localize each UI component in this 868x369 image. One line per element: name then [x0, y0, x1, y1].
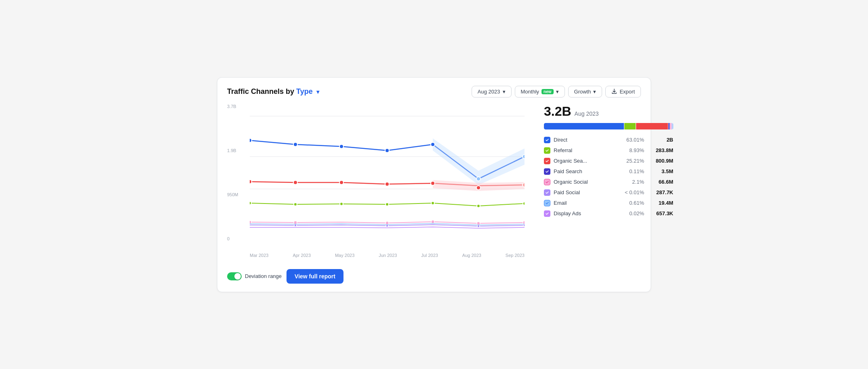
- date-filter-label: Aug 2023: [478, 89, 500, 95]
- bar-seg-organic-social: [670, 123, 671, 129]
- svg-point-25: [477, 204, 480, 208]
- bar-seg-organic: [636, 123, 668, 129]
- total-value: 3.2B: [544, 104, 571, 119]
- legend-checkbox-paid-social: [544, 189, 550, 196]
- legend-item-paid-search[interactable]: Paid Search 0.11% 3.5M: [544, 167, 673, 176]
- svg-point-11: [522, 155, 525, 159]
- export-label: Export: [619, 89, 635, 95]
- svg-point-16: [385, 182, 389, 186]
- legend-item-direct[interactable]: Direct 63.01% 2B: [544, 135, 673, 145]
- period-filter-button[interactable]: Monthly new ▾: [515, 86, 565, 98]
- deviation-toggle-wrap: Deviation range: [227, 272, 282, 280]
- svg-point-19: [522, 183, 525, 187]
- svg-point-27: [250, 221, 251, 224]
- legend-item-email[interactable]: Email 0.61% 19.4M: [544, 198, 673, 208]
- main-card: Traffic Channels by Type ▾ Aug 2023 ▾ Mo…: [217, 77, 651, 292]
- bar-seg-paid-social: [672, 123, 672, 129]
- legend-total: 3.2B Aug 2023: [544, 104, 673, 119]
- svg-point-15: [339, 180, 343, 184]
- period-chevron-icon: ▾: [556, 89, 559, 95]
- svg-point-29: [386, 221, 389, 225]
- toggle-knob: [234, 273, 241, 280]
- title-type: Type: [296, 87, 313, 95]
- new-badge: new: [541, 89, 553, 94]
- svg-point-17: [431, 181, 435, 185]
- svg-point-20: [250, 201, 251, 205]
- svg-point-7: [339, 144, 343, 148]
- x-axis-labels: Mar 2023 Apr 2023 May 2023 Jun 2023 Jul …: [250, 253, 525, 258]
- legend-item-referral[interactable]: Referral 8.93% 283.8M: [544, 146, 673, 155]
- bar-seg-referral: [624, 123, 636, 129]
- svg-point-35: [477, 225, 480, 227]
- svg-point-24: [431, 201, 434, 205]
- view-full-report-button[interactable]: View full report: [287, 269, 343, 284]
- metric-filter-button[interactable]: Growth ▾: [568, 86, 603, 98]
- chart-area: 3.7B 1.9B 950M 0: [227, 104, 531, 258]
- legend-checkbox-referral: [544, 147, 550, 154]
- card-header: Traffic Channels by Type ▾ Aug 2023 ▾ Mo…: [227, 86, 641, 98]
- svg-point-23: [386, 203, 389, 206]
- svg-point-31: [477, 222, 480, 225]
- card-title: Traffic Channels by Type ▾: [227, 87, 319, 96]
- bar-seg-direct: [544, 123, 624, 129]
- svg-point-9: [431, 142, 435, 146]
- svg-point-8: [385, 148, 389, 153]
- legend-item-organic-search[interactable]: Organic Sea... 25.21% 800.9M: [544, 156, 673, 166]
- chart-svg: [250, 104, 525, 250]
- legend-checkbox-email: [544, 200, 550, 206]
- svg-point-14: [293, 180, 297, 184]
- legend-checkbox-organic-social: [544, 179, 550, 185]
- title-chevron-icon[interactable]: ▾: [316, 89, 319, 95]
- main-content: 3.7B 1.9B 950M 0: [227, 104, 641, 258]
- legend-checkbox-display-ads: [544, 210, 550, 217]
- svg-point-13: [250, 180, 252, 184]
- svg-point-36: [523, 224, 525, 227]
- header-controls: Aug 2023 ▾ Monthly new ▾ Growth ▾ Export: [472, 86, 641, 98]
- svg-point-32: [523, 221, 525, 224]
- export-button[interactable]: Export: [605, 86, 641, 98]
- legend-area: 3.2B Aug 2023 Direct: [544, 104, 673, 258]
- svg-point-26: [523, 202, 525, 205]
- svg-point-30: [431, 220, 434, 223]
- svg-point-21: [294, 203, 297, 206]
- svg-point-33: [294, 224, 297, 227]
- y-axis-labels: 3.7B 1.9B 950M 0: [227, 104, 248, 242]
- date-chevron-icon: ▾: [503, 89, 506, 95]
- svg-point-22: [340, 202, 343, 206]
- svg-point-28: [294, 221, 297, 224]
- deviation-toggle[interactable]: [227, 272, 242, 280]
- svg-point-34: [386, 225, 388, 227]
- svg-point-10: [476, 177, 480, 181]
- title-prefix: Traffic Channels by: [227, 87, 296, 95]
- total-date: Aug 2023: [575, 110, 599, 117]
- legend-item-organic-social[interactable]: Organic Social 2.1% 66.6M: [544, 177, 673, 187]
- chart-svg-container: [250, 104, 525, 251]
- svg-point-6: [293, 142, 297, 146]
- export-icon: [611, 89, 617, 94]
- bar-seg-paid-search: [668, 123, 670, 129]
- svg-point-5: [250, 138, 252, 142]
- svg-point-18: [476, 186, 480, 190]
- bar-seg-email: [672, 123, 673, 129]
- stacked-bar: [544, 123, 673, 129]
- legend-item-paid-social[interactable]: Paid Social < 0.01% 287.7K: [544, 188, 673, 197]
- legend-item-display-ads[interactable]: Display Ads 0.02% 657.3K: [544, 209, 673, 218]
- deviation-label: Deviation range: [245, 273, 282, 279]
- legend-checkbox-organic-search: [544, 158, 550, 164]
- metric-chevron-icon: ▾: [593, 89, 596, 95]
- legend-checkbox-direct: [544, 137, 550, 143]
- card-footer: Deviation range View full report: [227, 265, 641, 284]
- legend-items: Direct 63.01% 2B Referral 8.93% 283.8M: [544, 135, 673, 218]
- legend-checkbox-paid-search: [544, 168, 550, 175]
- period-filter-label: Monthly: [521, 89, 539, 95]
- metric-filter-label: Growth: [574, 89, 591, 95]
- date-filter-button[interactable]: Aug 2023 ▾: [472, 86, 512, 98]
